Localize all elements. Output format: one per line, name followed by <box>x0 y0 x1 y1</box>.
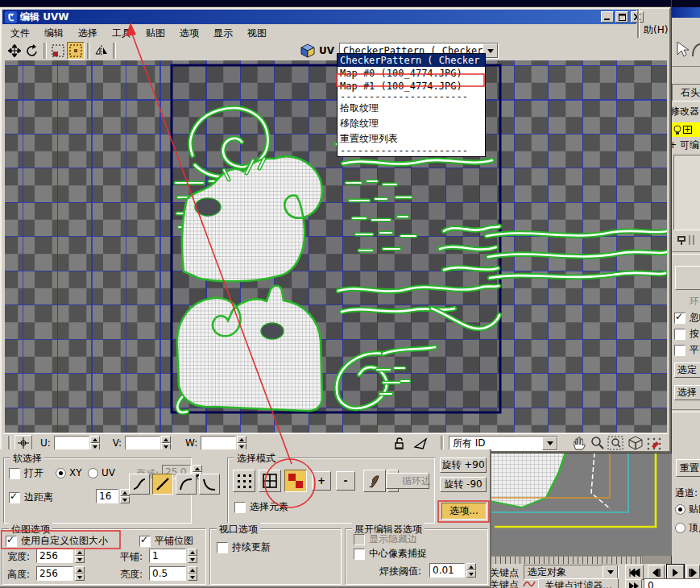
cursor-arrow-icon[interactable] <box>672 35 700 64</box>
planar-angle-checkbox[interactable]: 平面 <box>674 343 700 357</box>
menu-edit[interactable]: 编辑 <box>37 25 71 42</box>
w-value[interactable] <box>201 436 236 450</box>
key-filters-button[interactable]: 关键点过滤器... <box>538 578 619 588</box>
pan-hand-icon[interactable] <box>571 435 589 451</box>
freeform-tool-button[interactable] <box>67 42 85 60</box>
minimize-button[interactable] <box>601 11 614 23</box>
width-value[interactable] <box>36 549 73 563</box>
center-pixel-snap-checkbox[interactable]: 中心像素捕捉 <box>354 547 427 561</box>
menu-mapping[interactable]: 贴图 <box>139 25 172 42</box>
vertex-channel-radio[interactable]: 顶点 <box>675 521 700 535</box>
height-spin-arrows[interactable] <box>75 566 85 581</box>
brightness-value[interactable] <box>149 566 186 581</box>
lightbulb-icon[interactable] <box>672 124 683 135</box>
grow-selection-button[interactable]: + <box>312 471 331 491</box>
show-hidden-edges-checkbox[interactable]: 显示隐藏边 <box>354 532 417 546</box>
zoom-extents-icon[interactable] <box>626 435 645 451</box>
rollout-button-fragment[interactable] <box>675 266 700 290</box>
v-spinner[interactable] <box>125 436 160 450</box>
select-id-button[interactable]: 选定 <box>674 362 700 378</box>
shrink-selection-button[interactable]: - <box>336 471 355 491</box>
dropdown-item-pick-texture[interactable]: 拾取纹理 <box>338 101 485 116</box>
mirror-tool-button[interactable] <box>93 42 110 60</box>
expand-icon[interactable]: + <box>683 126 692 134</box>
help-menu-fragment[interactable]: 助(H) <box>644 23 668 37</box>
menu-display[interactable]: 显示 <box>206 25 240 42</box>
go-to-end-button[interactable] <box>625 579 642 588</box>
uv-mode-label[interactable]: UV <box>319 45 334 56</box>
absolute-mode-button[interactable] <box>14 435 32 451</box>
edge-distance-value[interactable] <box>96 489 118 503</box>
modifier-stack-editable-row[interactable]: + 可编 <box>672 139 700 153</box>
dropdown-item-checkerpattern[interactable]: CheckerPattern ( Checker ) <box>338 54 485 67</box>
weld-spin-arrows[interactable] <box>466 563 476 578</box>
go-to-start-button[interactable] <box>625 565 644 580</box>
brightness-spin-arrows[interactable] <box>188 566 197 581</box>
xy-radio[interactable]: XY <box>56 467 82 478</box>
uv-radio[interactable]: UV <box>88 467 115 478</box>
edge-distance-spinner[interactable] <box>96 489 118 503</box>
weld-threshold-value[interactable] <box>429 563 465 578</box>
width-spinner[interactable] <box>36 549 73 563</box>
ignore-backfacing-checkbox[interactable]: 忽略 <box>674 311 700 325</box>
v-value[interactable] <box>125 436 160 450</box>
fast-falloff-button[interactable] <box>199 474 220 495</box>
options-button[interactable]: 选项... <box>441 503 487 520</box>
dropdown-item-reset-texture-list[interactable]: 重置纹理列表 <box>338 131 485 147</box>
uv-canvas[interactable] <box>5 60 667 433</box>
modifier-stack-active-row[interactable]: + <box>672 122 700 137</box>
slow-falloff-button[interactable] <box>176 474 197 495</box>
filter-selected-faces-icon[interactable] <box>413 436 429 450</box>
soft-selection-open-checkbox[interactable]: 打开 <box>9 466 43 480</box>
titlebar[interactable]: 编辑 UVW <box>2 10 636 24</box>
curve-icon[interactable] <box>522 578 536 588</box>
loop-edge-button[interactable]: 循环边 <box>386 473 429 489</box>
select-sg-button[interactable]: 选择 <box>674 385 700 400</box>
dropdown-item-remove-texture[interactable]: 移除纹理 <box>338 116 485 131</box>
maximize-button[interactable] <box>615 11 628 23</box>
snap-toggle-icon[interactable] <box>645 435 665 451</box>
id-filter-arrow-icon[interactable] <box>542 437 557 450</box>
tiling-spin-arrows[interactable] <box>188 549 197 563</box>
modifier-list-dropdown[interactable]: 修改器 <box>672 105 700 119</box>
smooth-falloff-button[interactable] <box>129 474 150 495</box>
menu-tools[interactable]: 工具 <box>105 25 139 42</box>
face-select-button[interactable] <box>284 470 307 492</box>
weld-threshold-spinner[interactable] <box>429 563 465 578</box>
texture-cube-icon[interactable] <box>300 43 316 58</box>
rotate-plus90-button[interactable]: 旋转 +90 <box>440 458 487 473</box>
move-tool-button[interactable] <box>6 42 23 60</box>
constant-update-checkbox[interactable]: 持续更新 <box>217 540 271 554</box>
paint-select-button[interactable] <box>363 470 386 492</box>
width-spin-arrows[interactable] <box>75 549 85 563</box>
w-spin-arrows[interactable] <box>237 436 246 450</box>
u-spinner[interactable] <box>54 436 89 450</box>
tile-bitmap-checkbox[interactable]: 平铺位图 <box>139 534 193 548</box>
zoom-region-icon[interactable] <box>607 435 626 451</box>
w-spinner[interactable] <box>201 436 236 450</box>
select-element-checkbox[interactable]: 选择元素 <box>234 500 288 514</box>
object-name-field[interactable]: 石头 <box>672 84 700 101</box>
menu-view[interactable]: 视图 <box>240 25 274 42</box>
dropdown-item-map1[interactable]: Map #1 (100_4774.JPG) <box>338 80 485 93</box>
by-element-checkbox[interactable]: 按元 <box>674 327 700 341</box>
modifier-stack-list[interactable] <box>673 155 700 230</box>
update-lock-icon[interactable] <box>392 436 407 450</box>
reset-button[interactable]: 重置 <box>676 459 700 477</box>
brightness-spinner[interactable] <box>149 566 186 581</box>
rotate-tool-button[interactable] <box>23 42 41 60</box>
u-spin-arrows[interactable] <box>90 436 100 450</box>
zoom-icon[interactable] <box>589 435 607 451</box>
menu-file[interactable]: 文件 <box>3 25 37 42</box>
height-spinner[interactable] <box>36 566 73 581</box>
viewport-fragment[interactable] <box>490 448 672 556</box>
dropdown-item-map0[interactable]: Map #0 (100_4774.JPG) <box>338 67 485 80</box>
menu-options[interactable]: 选项 <box>172 25 206 42</box>
id-filter-dropdown[interactable]: 所有 ID <box>449 436 558 451</box>
edge-select-button[interactable] <box>259 470 281 492</box>
linear-falloff-button[interactable] <box>152 474 173 495</box>
map-channel-radio[interactable]: 贴图 <box>675 503 700 516</box>
current-frame-field[interactable]: 0 <box>644 578 700 588</box>
vertex-select-button[interactable] <box>233 470 255 492</box>
dropdown-arrow-icon[interactable] <box>603 565 618 579</box>
